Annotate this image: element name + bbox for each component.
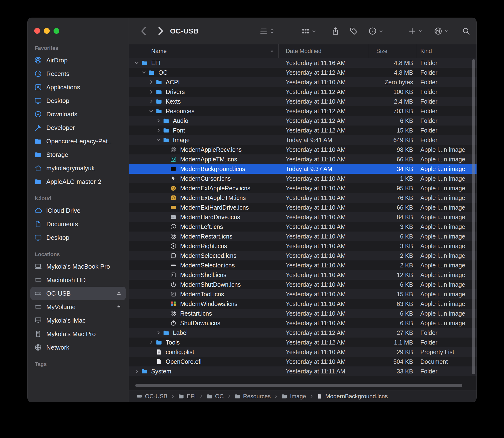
breadcrumb-item-efi[interactable]: EFI xyxy=(178,393,195,400)
account-button[interactable] xyxy=(434,26,449,36)
file-row-efi[interactable]: EFIYesterday at 11:16 AM4.8 MBFolder xyxy=(129,58,477,68)
disclosure-triangle[interactable] xyxy=(156,137,161,143)
file-row-modernappletm-icns[interactable]: ModernAppleTM.icnsYesterday at 11:10 AM6… xyxy=(129,154,477,164)
file-row-audio[interactable]: AudioYesterday at 11:12 AM6 KBFolder xyxy=(129,116,477,126)
breadcrumb-item-oc-usb[interactable]: OC-USB xyxy=(136,393,167,400)
breadcrumb-item-resources[interactable]: Resources xyxy=(234,393,271,400)
disclosure-triangle[interactable] xyxy=(156,330,161,336)
file-row-modernextharddrive-icns[interactable]: ModernExtHardDrive.icnsYesterday at 11:1… xyxy=(129,203,477,212)
breadcrumb-item-image[interactable]: Image xyxy=(281,393,306,400)
sidebar-item-network[interactable]: Network xyxy=(30,341,126,354)
file-row-modernbackground-icns[interactable]: ModernBackground.icnsToday at 9:37 AM34 … xyxy=(129,164,477,174)
disclosure-triangle[interactable] xyxy=(134,368,140,374)
sidebar-item-desktop[interactable]: Desktop xyxy=(30,231,126,244)
file-row-tools[interactable]: ToolsYesterday at 11:12 AM1.1 MBFolder xyxy=(129,338,477,347)
sidebar-item-icloud-drive[interactable]: iCloud Drive xyxy=(30,204,126,217)
file-row-modernshell-icns[interactable]: ModernShell.icnsYesterday at 11:10 AM12 … xyxy=(129,270,477,280)
file-row-modernharddrive-icns[interactable]: ModernHardDrive.icnsYesterday at 11:10 A… xyxy=(129,212,477,222)
sidebar-item-recents[interactable]: Recents xyxy=(30,67,126,80)
file-row-oc[interactable]: OCYesterday at 11:12 AM4.8 MBFolder xyxy=(129,68,477,77)
group-button[interactable] xyxy=(301,26,317,36)
column-header-kind[interactable]: Kind xyxy=(417,44,477,58)
sidebar-item-opencore-legacy-pat[interactable]: Opencore-Legacy-Pat... xyxy=(30,134,126,148)
file-row-modernrestart-icns[interactable]: ModernRestart.icnsYesterday at 11:10 AM6… xyxy=(129,231,477,241)
disclosure-triangle[interactable] xyxy=(141,70,147,76)
breadcrumb-item-oc[interactable]: OC xyxy=(206,393,224,400)
vertical-scrollbar[interactable] xyxy=(472,59,475,374)
view-options-button[interactable] xyxy=(259,26,275,36)
back-button[interactable] xyxy=(138,25,150,37)
file-row-modernselected-icns[interactable]: ModernSelected.icnsYesterday at 11:10 AM… xyxy=(129,251,477,261)
disclosure-triangle[interactable] xyxy=(148,89,154,95)
sidebar-item-mykola-s-mac-pro[interactable]: Mykola’s Mac Pro xyxy=(30,327,126,341)
size-cell: 3 KB xyxy=(369,223,417,230)
file-row-resources[interactable]: ResourcesYesterday at 11:12 AM703 KBFold… xyxy=(129,106,477,116)
file-row-drivers[interactable]: DriversYesterday at 11:12 AM100 KBFolder xyxy=(129,87,477,97)
column-header-size[interactable]: Size xyxy=(369,44,417,58)
kind-cell: Apple i...n image xyxy=(417,291,477,298)
vertical-scrollbar-thumb[interactable] xyxy=(472,59,475,374)
disclosure-triangle[interactable] xyxy=(156,118,161,124)
file-row-modernselector-icns[interactable]: ModernSelector.icnsYesterday at 11:10 AM… xyxy=(129,261,477,270)
file-row-opencore-efi[interactable]: OpenCore.efiYesterday at 11:10 AM504 KBD… xyxy=(129,357,477,366)
sidebar-item-mykola-s-imac[interactable]: Mykola’s iMac xyxy=(30,314,126,327)
more-button[interactable] xyxy=(368,26,384,36)
sidebar-item-storage[interactable]: Storage xyxy=(30,148,126,161)
breadcrumb-item-modernbackground-icns[interactable]: ModernBackground.icns xyxy=(317,393,388,400)
disclosure-triangle[interactable] xyxy=(148,339,154,345)
disclosure-triangle[interactable] xyxy=(148,108,154,114)
file-row-modernright-icns[interactable]: ModernRight.icnsYesterday at 11:10 AM3 K… xyxy=(129,241,477,251)
sidebar-item-mykola-s-macbook-pro[interactable]: Mykola’s MacBook Pro xyxy=(30,260,126,273)
column-header-name[interactable]: Name xyxy=(129,44,278,58)
file-row-system[interactable]: SystemYesterday at 11:11 AM33 KBFolder xyxy=(129,366,477,376)
sidebar-item-applications[interactable]: Applications xyxy=(30,80,126,94)
file-row-font[interactable]: FontYesterday at 11:12 AM15 KBFolder xyxy=(129,126,477,135)
file-row-kexts[interactable]: KextsYesterday at 11:10 AM2.4 MBFolder xyxy=(129,97,477,106)
folder-icon xyxy=(141,59,148,66)
column-header-date-modified[interactable]: Date Modified xyxy=(278,44,369,58)
disclosure-triangle[interactable] xyxy=(148,79,154,85)
add-button[interactable] xyxy=(408,26,424,36)
sidebar-item-airdrop[interactable]: AirDrop xyxy=(30,54,126,67)
file-row-restart-icns[interactable]: Restart.icnsYesterday at 11:10 AM6 KBApp… xyxy=(129,309,477,318)
date-modified-cell: Yesterday at 11:10 AM xyxy=(278,310,369,317)
sidebar-item-applealc-master-2[interactable]: AppleALC-master-2 xyxy=(30,175,126,188)
file-row-modernextapplerecv-icns[interactable]: ModernExtAppleRecv.icnsYesterday at 11:1… xyxy=(129,183,477,193)
sidebar-item-mykolagrymalyuk[interactable]: mykolagrymalyuk xyxy=(30,161,126,175)
close-button[interactable] xyxy=(34,28,40,34)
horizontal-scrollbar[interactable] xyxy=(135,384,462,387)
file-row-moderncursor-icns[interactable]: ModernCursor.icnsYesterday at 11:10 AM1 … xyxy=(129,174,477,183)
file-row-moderntool-icns[interactable]: ModernTool.icnsYesterday at 11:10 AM15 K… xyxy=(129,289,477,299)
sidebar-item-myvolume[interactable]: MyVolume xyxy=(30,300,126,314)
file-row-modernshutdown-icns[interactable]: ModernShutDown.icnsYesterday at 11:10 AM… xyxy=(129,280,477,289)
globe-icon xyxy=(34,344,42,351)
date-modified-cell: Yesterday at 11:12 AM xyxy=(278,108,369,115)
file-row-modernextappletm-icns[interactable]: ModernExtAppleTM.icnsYesterday at 11:10 … xyxy=(129,193,477,203)
eject-icon[interactable] xyxy=(116,304,122,310)
sidebar-item-documents[interactable]: Documents xyxy=(30,217,126,231)
sidebar-item-developer[interactable]: Developer xyxy=(30,121,126,134)
file-row-config-plist[interactable]: config.plistYesterday at 11:10 AM29 KBPr… xyxy=(129,347,477,357)
file-row-modernwindows-icns[interactable]: ModernWindows.icnsYesterday at 11:10 AM6… xyxy=(129,299,477,309)
file-row-modernleft-icns[interactable]: ModernLeft.icnsYesterday at 11:10 AM3 KB… xyxy=(129,222,477,231)
share-button[interactable] xyxy=(331,26,340,36)
forward-button[interactable] xyxy=(155,25,166,37)
minimize-button[interactable] xyxy=(44,28,50,34)
file-row-modernapplerecv-icns[interactable]: ModernAppleRecv.icnsYesterday at 11:10 A… xyxy=(129,145,477,154)
sidebar-item-oc-usb[interactable]: OC-USB xyxy=(30,287,126,300)
eject-icon[interactable] xyxy=(116,290,122,296)
file-row-image[interactable]: ImageToday at 9:41 AM649 KBFolder xyxy=(129,135,477,145)
file-row-label[interactable]: LabelYesterday at 11:12 AM27 KBFolder xyxy=(129,328,477,338)
disclosure-triangle[interactable] xyxy=(156,127,161,133)
disclosure-triangle[interactable] xyxy=(134,60,140,66)
sidebar-item-desktop[interactable]: Desktop xyxy=(30,94,126,108)
file-row-acpi[interactable]: ACPIYesterday at 11:10 AMZero bytesFolde… xyxy=(129,77,477,87)
sidebar-item-downloads[interactable]: Downloads xyxy=(30,108,126,121)
date-modified-cell: Yesterday at 11:16 AM xyxy=(278,59,369,66)
tag-button[interactable] xyxy=(349,26,358,36)
file-row-shutdown-icns[interactable]: ShutDown.icnsYesterday at 11:10 AM6 KBAp… xyxy=(129,318,477,328)
sidebar-item-macintosh-hd[interactable]: Macintosh HD xyxy=(30,273,126,287)
zoom-button[interactable] xyxy=(54,28,59,34)
search-button[interactable] xyxy=(462,26,470,36)
disclosure-triangle[interactable] xyxy=(148,99,154,104)
